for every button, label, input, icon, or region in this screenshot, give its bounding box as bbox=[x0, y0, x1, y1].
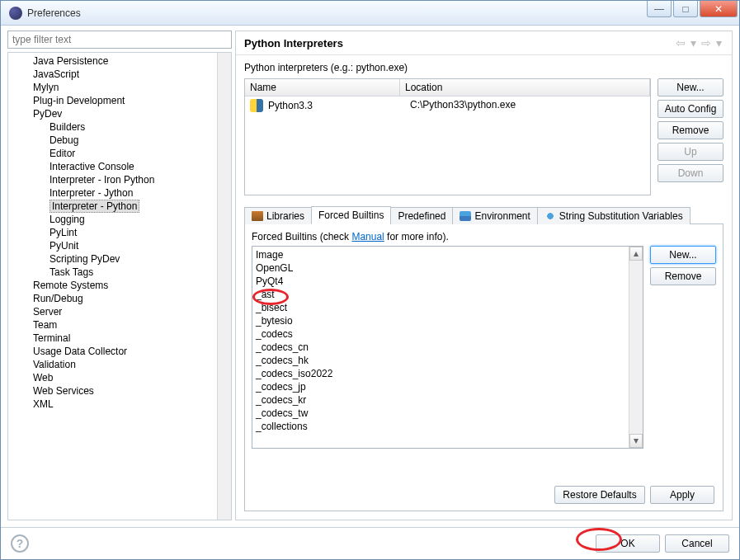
tree-item-task-tags[interactable]: Task Tags bbox=[8, 266, 231, 279]
builtin-item[interactable]: _codecs bbox=[256, 327, 639, 341]
new-builtin-button[interactable]: New... bbox=[650, 246, 716, 264]
builtin-item[interactable]: PyQt4 bbox=[256, 275, 639, 288]
tree-item-java-persistence[interactable]: Java Persistence bbox=[8, 54, 231, 68]
nav-forward-icon[interactable]: ⇨ bbox=[700, 36, 713, 49]
builtin-item[interactable]: Image bbox=[256, 248, 639, 261]
maximize-button[interactable]: □ bbox=[673, 1, 698, 17]
forced-builtins-label: Forced Builtins (check Manual for more i… bbox=[252, 231, 716, 242]
tree-item-scripting-pydev[interactable]: Scripting PyDev bbox=[8, 252, 231, 266]
builtin-item[interactable]: _codecs_hk bbox=[256, 354, 639, 367]
builtin-item[interactable]: _collections bbox=[256, 420, 639, 433]
python-icon bbox=[250, 99, 263, 112]
nav-back-menu-icon[interactable]: ▾ bbox=[689, 36, 698, 49]
window-title: Preferences bbox=[27, 7, 736, 19]
tree-item-interpreter-python[interactable]: Interpreter - Python bbox=[8, 200, 231, 213]
manual-link[interactable]: Manual bbox=[351, 231, 384, 242]
apply-button[interactable]: Apply bbox=[650, 486, 714, 504]
tree-item-web-services[interactable]: Web Services bbox=[8, 384, 231, 398]
builtin-item[interactable]: _bisect bbox=[256, 301, 639, 314]
scroll-down-icon[interactable]: ▾ bbox=[629, 434, 643, 448]
tree-item-builders[interactable]: Builders bbox=[8, 120, 231, 134]
page-title: Python Interpreters bbox=[244, 37, 674, 49]
minimize-button[interactable]: — bbox=[647, 1, 672, 17]
tree-item-team[interactable]: Team bbox=[8, 318, 231, 332]
preferences-tree[interactable]: Java PersistenceJavaScriptMylynPlug-in D… bbox=[8, 53, 231, 520]
up-button[interactable]: Up bbox=[658, 143, 724, 161]
tab-predefined[interactable]: Predefined bbox=[390, 207, 453, 224]
ok-button[interactable]: OK bbox=[596, 534, 660, 553]
builtin-item[interactable]: _codecs_cn bbox=[256, 341, 639, 354]
tree-item-pydev[interactable]: PyDev bbox=[8, 107, 231, 120]
builtin-item[interactable]: _ast bbox=[256, 288, 639, 301]
tree-item-debug[interactable]: Debug bbox=[8, 134, 231, 147]
tree-item-plug-in-development[interactable]: Plug-in Development bbox=[8, 94, 231, 107]
close-button[interactable]: ✕ bbox=[700, 1, 738, 17]
app-icon bbox=[9, 7, 22, 20]
column-location[interactable]: Location bbox=[400, 79, 650, 96]
scroll-up-icon[interactable]: ▴ bbox=[629, 247, 643, 261]
builtin-item[interactable]: OpenGL bbox=[256, 261, 639, 275]
builtin-item[interactable]: _codecs_jp bbox=[256, 380, 639, 393]
page-subtitle: Python interpreters (e.g.: python.exe) bbox=[244, 60, 724, 78]
nav-back-icon[interactable]: ⇦ bbox=[674, 36, 687, 49]
tree-item-xml[interactable]: XML bbox=[8, 398, 231, 411]
tree-item-web[interactable]: Web bbox=[8, 371, 231, 384]
string-sub-icon bbox=[544, 211, 556, 221]
tree-item-mylyn[interactable]: Mylyn bbox=[8, 81, 231, 94]
tab-string-substitution[interactable]: String Substitution Variables bbox=[537, 207, 691, 224]
tree-item-logging[interactable]: Logging bbox=[8, 213, 231, 226]
forced-builtins-list[interactable]: ImageOpenGLPyQt4_ast_bisect_bytesio_code… bbox=[252, 247, 643, 435]
tree-item-server[interactable]: Server bbox=[8, 305, 231, 318]
builtin-item[interactable]: _codecs_kr bbox=[256, 393, 639, 407]
builtin-item[interactable]: _codecs_tw bbox=[256, 407, 639, 420]
remove-builtin-button[interactable]: Remove bbox=[650, 267, 716, 285]
builtin-item[interactable]: _codecs_iso2022 bbox=[256, 367, 639, 380]
builtin-item[interactable]: _bytesio bbox=[256, 314, 639, 327]
tree-item-editor[interactable]: Editor bbox=[8, 147, 231, 160]
interpreter-name: Python3.3 bbox=[268, 100, 313, 111]
tree-item-pylint[interactable]: PyLint bbox=[8, 226, 231, 239]
config-tabs: Libraries Forced Builtins Predefined Env… bbox=[244, 205, 724, 224]
interpreter-row[interactable]: Python3.3 C:\Python33\python.exe bbox=[245, 96, 650, 115]
forced-list-scrollbar[interactable]: ▴ ▾ bbox=[629, 247, 643, 448]
remove-interpreter-button[interactable]: Remove bbox=[658, 121, 724, 139]
auto-config-button[interactable]: Auto Config bbox=[658, 100, 724, 118]
filter-input[interactable] bbox=[7, 31, 232, 49]
tab-forced-builtins[interactable]: Forced Builtins bbox=[311, 206, 391, 224]
tree-item-run-debug[interactable]: Run/Debug bbox=[8, 292, 231, 305]
column-name[interactable]: Name bbox=[245, 79, 400, 96]
libraries-icon bbox=[252, 211, 263, 221]
interpreter-location: C:\Python33\python.exe bbox=[405, 99, 645, 112]
tree-item-pyunit[interactable]: PyUnit bbox=[8, 239, 231, 252]
cancel-button[interactable]: Cancel bbox=[665, 534, 729, 553]
tree-item-javascript[interactable]: JavaScript bbox=[8, 68, 231, 81]
environment-icon bbox=[460, 211, 471, 221]
titlebar: Preferences — □ ✕ bbox=[1, 1, 739, 26]
tree-scrollbar[interactable] bbox=[217, 53, 231, 520]
tree-item-terminal[interactable]: Terminal bbox=[8, 332, 231, 345]
tree-item-validation[interactable]: Validation bbox=[8, 358, 231, 371]
tab-libraries[interactable]: Libraries bbox=[244, 207, 312, 224]
tree-item-interpreter-iron-python[interactable]: Interpreter - Iron Python bbox=[8, 173, 231, 186]
nav-menu-icon[interactable]: ▾ bbox=[714, 36, 724, 49]
tree-item-usage-data-collector[interactable]: Usage Data Collector bbox=[8, 345, 231, 358]
new-interpreter-button[interactable]: New... bbox=[658, 78, 724, 96]
tab-environment[interactable]: Environment bbox=[452, 207, 537, 224]
help-icon[interactable]: ? bbox=[11, 534, 29, 553]
tree-item-interactive-console[interactable]: Interactive Console bbox=[8, 160, 231, 173]
interpreters-table[interactable]: Name Location Python3.3 C:\Python33\pyth… bbox=[244, 78, 651, 195]
tree-item-remote-systems[interactable]: Remote Systems bbox=[8, 279, 231, 292]
down-button[interactable]: Down bbox=[658, 164, 724, 182]
restore-defaults-button[interactable]: Restore Defaults bbox=[554, 486, 645, 504]
tree-item-interpreter-jython[interactable]: Interpreter - Jython bbox=[8, 186, 231, 200]
